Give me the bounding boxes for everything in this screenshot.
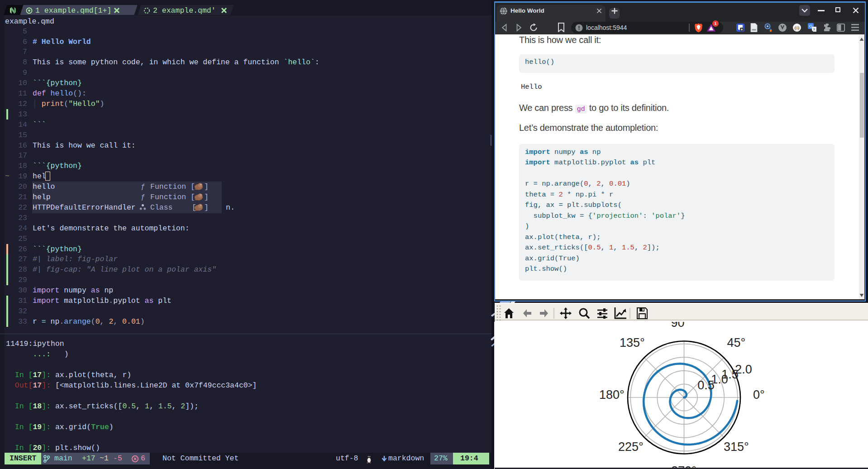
svg-text:45°: 45° <box>727 336 746 349</box>
svg-text:2.0: 2.0 <box>735 363 752 376</box>
svg-text:315°: 315° <box>724 440 749 454</box>
svg-text:(i): (i) <box>795 25 800 31</box>
svg-text:135°: 135° <box>620 336 645 349</box>
svg-text:90°: 90° <box>671 322 690 330</box>
svg-text:225°: 225° <box>618 440 644 454</box>
svg-text:180°: 180° <box>599 388 625 402</box>
svg-text:0°: 0° <box>753 388 765 402</box>
